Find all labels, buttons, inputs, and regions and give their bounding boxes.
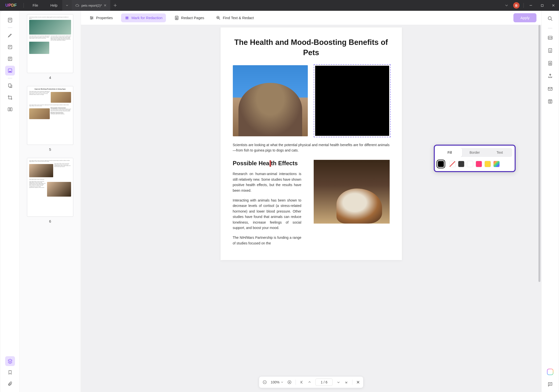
next-page-button[interactable] [336, 380, 340, 384]
page-indicator[interactable]: 1 / 6 [315, 379, 333, 386]
chat-button[interactable] [547, 381, 554, 388]
redaction-selection[interactable] [315, 65, 390, 136]
ocr-button[interactable]: OCR [547, 34, 554, 41]
tab-border[interactable]: Border [462, 148, 487, 157]
mark-icon [124, 15, 129, 20]
svg-rect-0 [541, 4, 543, 6]
left-tool-rail [0, 11, 20, 392]
properties-button[interactable]: Properties [86, 13, 116, 22]
chevron-down-icon [281, 381, 283, 383]
close-button[interactable] [548, 0, 559, 11]
document-area: Properties Mark for Redaction Redact Pag… [81, 11, 541, 392]
tab-strip: pets report(2)* ✕ [62, 0, 120, 11]
swatch-custom[interactable] [493, 161, 500, 167]
app-body: Lorem ipsum dolor sit amet consectetur a… [0, 11, 559, 392]
pages-redact-icon [174, 15, 179, 20]
text-redaction-mark[interactable] [270, 160, 271, 167]
menu-help[interactable]: Help [50, 3, 58, 7]
plus-icon [113, 4, 117, 7]
maximize-button[interactable] [536, 0, 548, 11]
tab-fill[interactable]: Fill [437, 148, 462, 157]
svg-rect-16 [217, 17, 219, 18]
save-button[interactable] [547, 98, 554, 105]
pages-tool[interactable] [5, 81, 15, 91]
swatch-none[interactable] [449, 161, 456, 167]
zoom-in-button[interactable] [287, 380, 292, 384]
search-button[interactable] [547, 15, 554, 22]
svg-rect-25 [548, 88, 552, 90]
attachment-tool[interactable] [5, 379, 15, 389]
minimize-button[interactable] [525, 0, 536, 11]
svg-rect-28 [549, 100, 551, 101]
redaction-color-popup: Fill Border Text [434, 145, 516, 172]
mark-redaction-button[interactable]: Mark for Redaction [121, 13, 166, 22]
svg-rect-8 [10, 108, 12, 111]
crop-tool[interactable] [5, 93, 15, 102]
highlighter-tool[interactable] [5, 30, 15, 40]
ai-button[interactable] [547, 368, 554, 375]
redact-tool[interactable] [5, 66, 15, 76]
swatch-pink[interactable] [476, 161, 482, 167]
svg-rect-7 [8, 108, 10, 111]
vertical-scrollbar[interactable] [538, 25, 541, 392]
page-content: The Health and Mood-Boosting Benefits of… [221, 27, 402, 260]
first-page-button[interactable] [300, 380, 304, 384]
thumbnail-panel[interactable]: Lorem ipsum dolor sit amet consectetur a… [20, 11, 81, 392]
image-cat[interactable] [233, 65, 308, 136]
compare-tool[interactable] [5, 104, 15, 114]
thumbnail-page-6[interactable]: Lorem ipsum dolor sit amet consectetur a… [27, 158, 73, 223]
image-dog[interactable] [314, 160, 390, 224]
edit-text-tool[interactable] [5, 42, 15, 52]
zoom-value[interactable]: 100% [271, 380, 284, 384]
swatch-black[interactable] [438, 161, 444, 167]
thumbnail-page-4[interactable]: Lorem ipsum dolor sit amet consectetur a… [27, 14, 73, 80]
svg-text:OCR: OCR [548, 37, 552, 39]
share-button[interactable] [547, 73, 554, 79]
convert-button[interactable] [547, 47, 554, 54]
tab-add-button[interactable] [110, 0, 120, 11]
svg-point-9 [90, 16, 91, 17]
swatch-white[interactable] [467, 161, 473, 167]
svg-rect-6 [8, 84, 11, 87]
document-scroll[interactable]: The Health and Mood-Boosting Benefits of… [81, 25, 541, 392]
user-avatar[interactable]: B [513, 2, 520, 9]
prev-page-button[interactable] [308, 380, 311, 384]
thumbnail-number: 6 [27, 219, 73, 223]
paragraph: Interacting with animals has been shown … [233, 198, 301, 230]
apply-button[interactable]: Apply [513, 13, 536, 22]
window-menu-button[interactable] [505, 4, 508, 7]
svg-rect-24 [549, 63, 551, 64]
redaction-toolbar: Properties Mark for Redaction Redact Pag… [81, 11, 541, 25]
sliders-icon [89, 15, 94, 20]
redact-pages-button[interactable]: Redact Pages [171, 13, 208, 22]
reader-tool[interactable] [5, 54, 15, 64]
menu-file[interactable]: File [33, 3, 38, 7]
bookmark-tool[interactable] [5, 367, 15, 377]
app-logo: UPDF [0, 3, 22, 8]
thumbnail-page-5[interactable]: Improve Working Productivity in Using Ap… [27, 86, 73, 152]
swatch-yellow[interactable] [484, 161, 491, 167]
main-menu: File Help [25, 3, 57, 7]
page-navigation: 100% 1 / 6 [259, 376, 364, 388]
chevron-down-icon [66, 4, 68, 7]
last-page-button[interactable] [344, 380, 348, 384]
find-redact-button[interactable]: Find Text & Redact [212, 13, 257, 22]
swatch-dark-gray[interactable] [458, 161, 464, 167]
layers-tool[interactable] [5, 356, 15, 366]
tab-document[interactable]: pets report(2)* ✕ [72, 0, 110, 11]
tab-home[interactable] [62, 0, 72, 11]
tab-close-button[interactable]: ✕ [104, 3, 107, 7]
close-nav-button[interactable] [356, 380, 360, 384]
email-button[interactable] [547, 85, 554, 92]
tab-text[interactable]: Text [487, 148, 512, 157]
svg-rect-2 [8, 45, 12, 49]
redaction-fill [315, 66, 389, 136]
protect-button[interactable] [547, 60, 554, 67]
svg-rect-14 [176, 18, 178, 19]
zoom-out-button[interactable] [262, 380, 267, 384]
cloud-icon [75, 3, 79, 7]
svg-rect-12 [126, 17, 129, 18]
svg-point-11 [91, 18, 92, 19]
thumbnails-tool[interactable] [5, 15, 15, 25]
right-tool-rail: OCR [541, 11, 559, 392]
